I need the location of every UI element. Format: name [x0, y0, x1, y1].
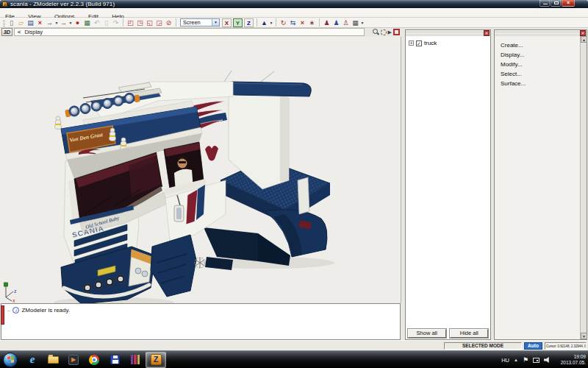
status-bar: SELECTED MODE Auto Cursor: 0.62148, 2.32…	[0, 340, 588, 350]
close-button[interactable]: ×	[562, 0, 575, 7]
minimize-button[interactable]	[539, 0, 550, 7]
undo-button[interactable]: ↶	[92, 18, 101, 27]
svg-text:z: z	[14, 289, 17, 294]
media-player-icon: ▶	[68, 355, 79, 365]
app-icon: z	[2, 1, 7, 7]
morph-tool-button[interactable]: ▦	[351, 18, 360, 27]
hide-all-button[interactable]: Hide all	[450, 329, 488, 338]
auto-toggle[interactable]: Auto	[524, 342, 542, 350]
material-editor-button[interactable]: ▦	[82, 18, 92, 27]
redo-button[interactable]: ↷	[111, 18, 121, 27]
bones-dropdown[interactable]: ▼	[360, 21, 365, 25]
zmodeler-icon: Z	[151, 354, 162, 365]
view-mode-button[interactable]: 3D	[1, 28, 12, 36]
commands-scrollbar[interactable]: ▲ ▼	[580, 36, 587, 339]
snap-tool-button[interactable]: ∗	[307, 18, 317, 27]
clock[interactable]: 19:09 2013.07.05.	[555, 354, 586, 366]
view-user-icon: ◲	[156, 18, 162, 27]
snap-tool-icon: ∗	[309, 18, 315, 27]
record-button[interactable]: ●	[73, 18, 82, 27]
new-file-button[interactable]: ▯	[7, 18, 16, 27]
taskbar-winrar[interactable]	[125, 352, 146, 368]
axis-x-button[interactable]: X	[222, 18, 232, 27]
export-button[interactable]: →	[59, 18, 68, 27]
log-panel-tab[interactable]	[1, 305, 4, 325]
view-disable-button[interactable]: ⊘	[164, 18, 173, 27]
taskbar-chrome[interactable]	[84, 352, 104, 368]
scene-panel-grip[interactable]: ×	[406, 30, 490, 36]
floppy-disk-icon	[110, 355, 120, 364]
close-icon[interactable]: ×	[580, 30, 586, 36]
gear-icon[interactable]	[381, 29, 387, 35]
zoom-icon[interactable]	[373, 29, 379, 35]
taskbar-zmodeler[interactable]: Z	[146, 352, 166, 368]
start-button[interactable]	[3, 353, 18, 367]
visibility-checkbox[interactable]: ✓	[416, 40, 422, 46]
view-user-button[interactable]: ◲	[154, 18, 164, 27]
ik-tool-icon: ♟	[333, 18, 339, 27]
view-top-button[interactable]: ◱	[145, 18, 154, 27]
command-select[interactable]: Select...	[501, 69, 526, 79]
open-file-button[interactable]: ▱	[16, 18, 26, 27]
log-tree-dash: –	[7, 307, 10, 314]
title-bar: z scania - ZModeler ver 2.2.3 (Build 971…	[0, 0, 588, 8]
tray-chevron-icon[interactable]: ▲	[514, 358, 518, 362]
taskbar-floppy-tool[interactable]	[104, 352, 125, 368]
expand-icon[interactable]: +	[409, 40, 414, 46]
action-center-flag-icon[interactable]: ⚑	[523, 356, 528, 364]
clipboard-button[interactable]: ▯	[101, 18, 111, 27]
scroll-up-icon[interactable]: ▲	[581, 36, 587, 43]
svg-text:x: x	[12, 298, 15, 303]
tree-item-label: truck	[424, 40, 437, 46]
pointer-icon[interactable]: ▶	[388, 29, 392, 35]
bone-tool-button[interactable]: ♟	[322, 18, 331, 27]
save-file-button[interactable]: ▤	[26, 18, 35, 27]
back-arrow-icon[interactable]: <	[18, 29, 21, 35]
command-surface[interactable]: Surface...	[501, 79, 526, 88]
view-side-button[interactable]: ◳	[135, 18, 145, 27]
axis-y-button[interactable]: Y	[233, 18, 243, 27]
move-tool-button[interactable]: ⇆	[288, 18, 298, 27]
vertices-mode-button[interactable]: ▲	[259, 18, 269, 27]
maximize-button[interactable]	[551, 0, 561, 7]
rotate-tool-button[interactable]: ↻	[279, 18, 288, 27]
axis-gizmo: z x	[2, 281, 21, 303]
screen-dropdown[interactable]: Screen ▼	[180, 18, 220, 26]
ik-tool-button[interactable]: ♟	[331, 18, 341, 27]
zmodeler-window: z scania - ZModeler ver 2.2.3 (Build 971…	[0, 0, 588, 350]
maximize-view-icon[interactable]	[393, 29, 400, 35]
import-button[interactable]: →	[45, 18, 54, 27]
scroll-down-icon[interactable]: ▼	[581, 333, 587, 339]
toolbar-grip[interactable]	[3, 19, 5, 26]
window-title: scania - ZModeler ver 2.2.3 (Build 971)	[10, 1, 115, 7]
show-all-button[interactable]: Show all	[408, 329, 446, 338]
network-icon[interactable]	[533, 358, 539, 363]
close-icon[interactable]: ×	[484, 30, 490, 36]
undo-icon: ↶	[94, 18, 100, 27]
taskbar-internet-explorer[interactable]: e	[22, 352, 43, 368]
commands-panel-grip[interactable]: ×	[495, 30, 587, 36]
cursor-readout: Cursor: 0.62148, 2.32944, 0.43453	[545, 342, 587, 350]
viewport-3d[interactable]: Von Den Grast	[0, 37, 401, 303]
viewport-title-bar[interactable]: <Display	[14, 28, 365, 36]
skin-tool-button[interactable]: ♙	[341, 18, 351, 27]
tree-item-truck[interactable]: + ✓ truck	[409, 40, 437, 46]
chevron-down-icon[interactable]: ▼	[212, 19, 219, 26]
axis-z-button[interactable]: Z	[244, 18, 254, 27]
folder-icon	[48, 356, 59, 364]
taskbar-media-player[interactable]: ▶	[63, 352, 84, 368]
command-display[interactable]: Display...	[501, 50, 526, 60]
command-modify[interactable]: Modify...	[501, 60, 526, 69]
truck-model-render: Von Den Grast	[40, 70, 334, 303]
detach-tool-button[interactable]: ×	[298, 18, 307, 27]
vertices-mode-dropdown[interactable]: ▼	[269, 21, 273, 25]
delete-button[interactable]: ×	[35, 18, 45, 27]
taskbar-file-explorer[interactable]	[43, 352, 63, 368]
language-indicator[interactable]: HU	[501, 357, 509, 364]
view-disable-icon: ⊘	[166, 18, 172, 27]
volume-icon[interactable]	[544, 357, 551, 363]
redo-icon: ↷	[113, 18, 119, 27]
command-create[interactable]: Create...	[501, 40, 526, 50]
skin-tool-icon: ♙	[343, 18, 348, 27]
view-front-button[interactable]: ◰	[126, 18, 135, 27]
